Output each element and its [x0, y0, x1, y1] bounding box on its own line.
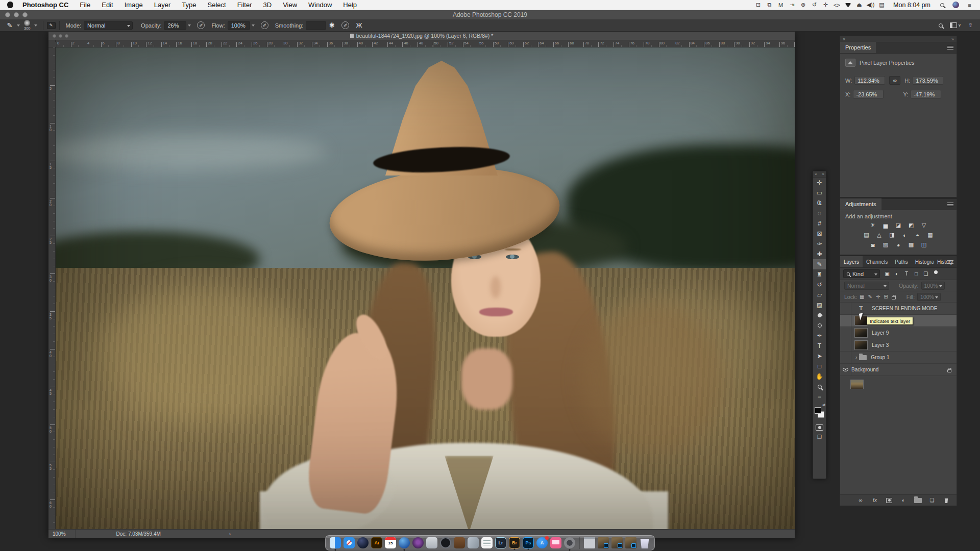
visibility-toggle[interactable]	[840, 315, 851, 327]
curves-icon[interactable]: ◪	[894, 222, 902, 229]
adjustment-layer-icon[interactable]: ◐	[899, 497, 908, 503]
smoothing-options-gear-icon[interactable]: ✱	[326, 21, 337, 30]
lock-paint-icon[interactable]: ✎	[868, 294, 872, 299]
quick-mask-icon[interactable]	[816, 424, 823, 431]
height-field[interactable]: 173.59%	[913, 76, 943, 85]
zoom-level-field[interactable]: 100%	[48, 530, 76, 538]
workspace-switcher[interactable]: ∨	[950, 22, 961, 28]
black-white-icon[interactable]: ◨	[888, 232, 896, 238]
menu-item-filter[interactable]: Filter	[237, 1, 252, 9]
doc-thumb-icon[interactable]	[598, 537, 609, 548]
filter-shape-icon[interactable]: □	[912, 270, 920, 278]
paint-symmetry-icon[interactable]: Ж	[353, 21, 364, 30]
properties-panel-menu-icon[interactable]	[947, 46, 953, 50]
blend-mode-select[interactable]: Normal	[84, 21, 133, 30]
illustrator-icon[interactable]: Ai	[371, 537, 382, 548]
link-dimensions-icon[interactable]: ∞	[889, 76, 900, 85]
layer-row-background[interactable]: Background	[840, 364, 957, 376]
doc-zoom-button[interactable]	[65, 34, 68, 38]
zoom-tool[interactable]	[813, 382, 826, 392]
kind-filter-select[interactable]: Kind	[843, 269, 880, 278]
pen-tool[interactable]: ✒	[813, 331, 826, 341]
crop-tool[interactable]: #	[813, 218, 826, 229]
menu-item-image[interactable]: Image	[125, 1, 143, 9]
visibility-toggle[interactable]	[840, 339, 851, 352]
frame-tool[interactable]: ⊠	[813, 229, 826, 239]
visibility-toggle[interactable]	[840, 303, 851, 315]
dodge-tool[interactable]	[813, 320, 826, 331]
tool-preset-dropdown[interactable]	[16, 21, 22, 30]
width-field[interactable]: 112.34%	[854, 76, 885, 85]
menu-item-help[interactable]: Help	[343, 1, 357, 9]
smoothing-input[interactable]	[306, 21, 326, 30]
filter-toggle-icon[interactable]	[934, 270, 938, 274]
channel-mixer-icon[interactable]: ◓	[914, 232, 922, 238]
posterize-icon[interactable]: ▨	[881, 241, 890, 248]
hand-tool[interactable]: ✋	[813, 371, 826, 382]
vertical-ruler[interactable]: 51 01 52 02 53 03 54 04 55 05 56 0	[48, 47, 56, 529]
spot-healing-tool[interactable]: ✚	[813, 249, 826, 259]
levels-icon[interactable]: ▅	[881, 222, 890, 229]
tab-histogra[interactable]: Histogra	[912, 256, 934, 267]
marquee-tool[interactable]: ▭	[813, 188, 826, 198]
shape-tool[interactable]: □	[813, 361, 826, 371]
tab-paths[interactable]: Paths	[891, 256, 912, 267]
displays-icon[interactable]: ⧉	[765, 2, 774, 9]
search-icon[interactable]	[939, 22, 943, 29]
gray-app-icon[interactable]	[426, 537, 437, 548]
layer-mask-icon[interactable]	[885, 498, 893, 503]
filter-image-icon[interactable]: ▣	[883, 270, 891, 278]
glass-app-icon[interactable]	[468, 537, 479, 548]
doc-minimize-button[interactable]	[59, 34, 62, 38]
layer-thumbnail[interactable]	[854, 340, 868, 350]
pressure-size-icon[interactable]: ✐	[341, 21, 349, 29]
brush-preset-picker[interactable]: 300	[24, 20, 31, 31]
layer-blend-mode-select[interactable]: Normal	[844, 282, 889, 290]
shutter-app-icon[interactable]	[440, 537, 451, 548]
filter-adjustment-icon[interactable]: ◐	[893, 270, 901, 278]
media-app-icon[interactable]	[564, 537, 575, 548]
gradient-tool[interactable]: ▨	[813, 300, 826, 310]
brush-picker-dropdown[interactable]	[33, 21, 39, 30]
status-chevron[interactable]: ›	[168, 531, 231, 537]
appstore-icon[interactable]: A	[536, 537, 548, 548]
tab-channels[interactable]: Channels	[863, 256, 891, 267]
menu-item-view[interactable]: View	[283, 1, 297, 9]
developer-icon[interactable]: <>	[832, 2, 841, 9]
menu-item-file[interactable]: File	[80, 1, 90, 9]
menu-item-select[interactable]: Select	[207, 1, 226, 9]
lasso-tool[interactable]: Ҩ	[813, 198, 826, 208]
lock-artboard-icon[interactable]: ⊞	[884, 294, 888, 299]
input-source-icon[interactable]: ▤	[877, 2, 886, 9]
textedit-icon[interactable]	[481, 537, 493, 548]
layer-style-icon[interactable]: fx	[871, 497, 879, 503]
visibility-toggle[interactable]	[840, 327, 851, 339]
lock-position-icon[interactable]: ✛	[876, 294, 880, 299]
horizontal-ruler[interactable]: 0246810121416182022242628303234363840424…	[56, 40, 795, 47]
document-tab-bar[interactable]: beautiful-1844724_1920.jpg @ 100% (Layer…	[48, 32, 795, 40]
close-window-button[interactable]	[5, 12, 10, 17]
selective-color-icon[interactable]: ◫	[920, 241, 928, 248]
x-field[interactable]: -23.65%	[853, 90, 884, 98]
layer-row-screen-blending-mode[interactable]: TSCREEN BLENDING MODE	[840, 303, 957, 315]
tracking-icon[interactable]: ✛	[821, 2, 830, 9]
opacity-pressure-icon[interactable]: ✐	[197, 21, 205, 29]
filter-type-icon[interactable]: T	[902, 270, 911, 278]
brush-tool[interactable]: ✎	[813, 259, 826, 269]
time-machine-icon[interactable]: ↺	[810, 2, 819, 9]
invert-icon[interactable]: ◙	[869, 241, 877, 248]
sidecar-icon[interactable]: ⇥	[788, 2, 796, 9]
new-group-icon[interactable]	[914, 498, 922, 503]
menu-item-type[interactable]: Type	[182, 1, 196, 9]
new-layer-icon[interactable]: ❏	[928, 497, 936, 503]
opacity-dropdown[interactable]	[187, 21, 193, 30]
pink-display-icon[interactable]	[550, 537, 561, 548]
quick-selection-tool[interactable]: ◌	[813, 208, 826, 218]
doc-close-button[interactable]	[53, 34, 56, 38]
layer-opacity-field[interactable]: 100%	[921, 282, 945, 290]
layer-name[interactable]: Layer 9	[872, 330, 889, 336]
flow-dropdown[interactable]	[251, 21, 257, 30]
filter-smart-object-icon[interactable]: ❏	[922, 270, 930, 278]
history-brush-tool[interactable]: ↺	[813, 280, 826, 290]
type-tool[interactable]: T	[813, 341, 826, 351]
